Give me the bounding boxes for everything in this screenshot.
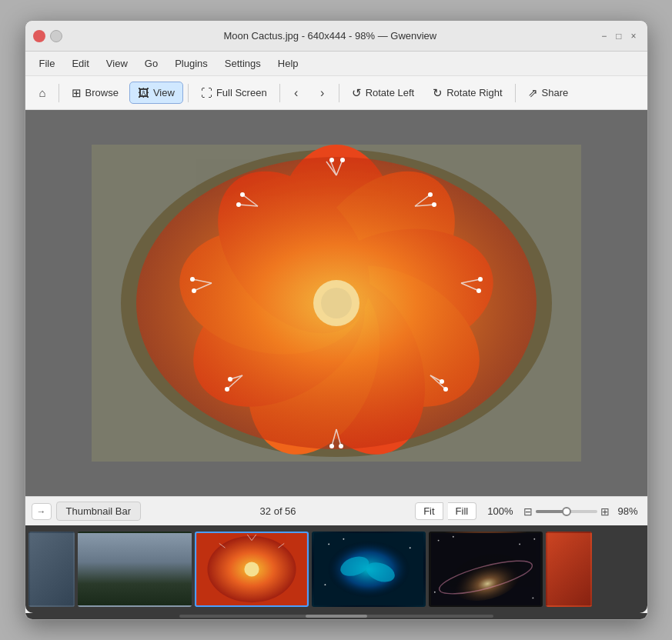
svg-point-67 [519, 543, 520, 545]
menu-view[interactable]: View [99, 55, 135, 72]
fullscreen-label: Full Screen [216, 87, 267, 98]
titlebar-controls [33, 30, 62, 42]
svg-point-58 [328, 543, 329, 545]
image-area [25, 110, 647, 496]
thumbnail-item[interactable] [429, 532, 543, 607]
titlebar-close-button[interactable]: × [627, 29, 639, 43]
svg-point-46 [321, 288, 352, 318]
svg-point-60 [409, 547, 410, 548]
zoom-in-button[interactable]: ⊞ [600, 505, 610, 518]
prev-icon: ‹ [294, 86, 298, 100]
main-image [92, 145, 581, 462]
menu-help[interactable]: Help [270, 55, 306, 72]
maximize-button[interactable]: □ [613, 29, 624, 43]
next-button[interactable]: › [311, 82, 334, 105]
menubar: File Edit View Go Plugins Settings Help [25, 52, 647, 76]
toolbar: ⌂ ⊞ Browse 🖼 View ⛶ Full Screen ‹ › ↺ Ro… [25, 76, 647, 110]
zoom-out-button[interactable]: ⊟ [523, 505, 533, 518]
svg-point-36 [440, 379, 444, 384]
browse-icon: ⊞ [72, 86, 82, 100]
svg-point-53 [244, 562, 259, 576]
thumbnail-item[interactable] [78, 532, 192, 607]
svg-point-44 [236, 202, 241, 207]
svg-point-43 [240, 192, 245, 197]
thumbnail-item-active[interactable] [195, 532, 309, 607]
svg-point-29 [329, 158, 334, 162]
share-icon: ⇗ [528, 86, 538, 100]
svg-point-61 [324, 584, 326, 585]
home-button[interactable]: ⌂ [32, 82, 54, 103]
svg-point-65 [437, 540, 439, 542]
zoom-slider[interactable] [536, 510, 597, 513]
rotate-left-button[interactable]: ↺ Rotate Left [344, 82, 423, 104]
menu-plugins[interactable]: Plugins [167, 55, 216, 72]
rotate-left-label: Rotate Left [366, 87, 415, 98]
fill-button[interactable]: Fill [448, 502, 477, 520]
toolbar-separator-1 [59, 84, 59, 102]
menu-go[interactable]: Go [137, 55, 165, 72]
titlebar-window-buttons: − □ × [598, 29, 639, 43]
view-button[interactable]: 🖼 View [129, 82, 183, 104]
statusbar: → Thumbnail Bar 32 of 56 Fit Fill 100% ⊟… [25, 496, 647, 525]
minimize-button[interactable]: − [598, 29, 610, 43]
rotate-right-label: Rotate Right [446, 87, 502, 98]
svg-point-66 [452, 536, 453, 538]
svg-point-32 [432, 202, 436, 207]
svg-point-41 [190, 277, 195, 282]
menu-edit[interactable]: Edit [64, 55, 96, 72]
sidebar-toggle-button[interactable]: → [32, 503, 52, 520]
fit-button[interactable]: Fit [415, 502, 443, 520]
svg-point-30 [340, 158, 345, 162]
svg-point-33 [478, 277, 483, 282]
thumbnail-item[interactable] [546, 532, 592, 607]
svg-point-40 [228, 377, 232, 382]
thumb-cactus-svg [196, 533, 307, 605]
share-button[interactable]: ⇗ Share [520, 82, 577, 104]
scrollbar-track[interactable] [179, 615, 493, 618]
titlebar-title: Moon Cactus.jpg - 640x444 - 98% — Gwenvi… [62, 30, 599, 42]
toolbar-separator-2 [188, 84, 189, 102]
toolbar-separator-5 [515, 84, 516, 102]
titlebar: Moon Cactus.jpg - 640x444 - 98% — Gwenvi… [25, 21, 647, 52]
menu-file[interactable]: File [32, 55, 63, 72]
browse-label: Browse [85, 87, 119, 98]
view-label: View [153, 87, 175, 98]
rotate-left-icon: ↺ [352, 86, 362, 100]
fullscreen-button[interactable]: ⛶ Full Screen [193, 82, 275, 103]
thumbnail-item[interactable] [312, 532, 426, 607]
zoom-percentage: 98% [614, 505, 640, 517]
pin-button[interactable] [50, 30, 62, 42]
home-icon: ⌂ [39, 86, 46, 99]
rotate-right-button[interactable]: ↻ Rotate Right [425, 82, 510, 104]
fullscreen-icon: ⛶ [201, 86, 212, 99]
main-window: Moon Cactus.jpg - 640x444 - 98% — Gwenvi… [25, 20, 648, 620]
zoom-slider-thumb [562, 507, 571, 516]
image-counter: 32 of 56 [145, 505, 410, 517]
thumbnail-bar-label[interactable]: Thumbnail Bar [56, 502, 142, 521]
thumbnail-item[interactable] [28, 532, 75, 607]
thumb-nebula-svg [313, 533, 424, 605]
zoom-100-label: 100% [481, 503, 519, 519]
next-icon: › [320, 86, 324, 100]
svg-point-59 [343, 538, 344, 540]
menu-settings[interactable]: Settings [217, 55, 269, 72]
svg-point-34 [476, 288, 481, 293]
svg-point-38 [339, 444, 343, 448]
toolbar-separator-3 [279, 84, 280, 102]
view-icon: 🖼 [138, 86, 149, 99]
toolbar-separator-4 [339, 84, 339, 102]
svg-point-69 [433, 592, 435, 593]
svg-point-37 [329, 444, 334, 448]
prev-button[interactable]: ‹ [285, 82, 308, 105]
close-button[interactable] [33, 30, 45, 42]
thumbnail-scrollbar [25, 613, 647, 619]
thumbnail-bar [25, 525, 647, 613]
thumb-galaxy-svg [430, 533, 541, 605]
rotate-right-icon: ↻ [433, 86, 443, 100]
browse-button[interactable]: ⊞ Browse [64, 82, 126, 104]
scrollbar-thumb [306, 615, 367, 618]
svg-point-31 [428, 192, 433, 197]
svg-point-35 [443, 387, 448, 392]
cactus-svg [92, 145, 581, 462]
svg-point-39 [225, 387, 229, 392]
